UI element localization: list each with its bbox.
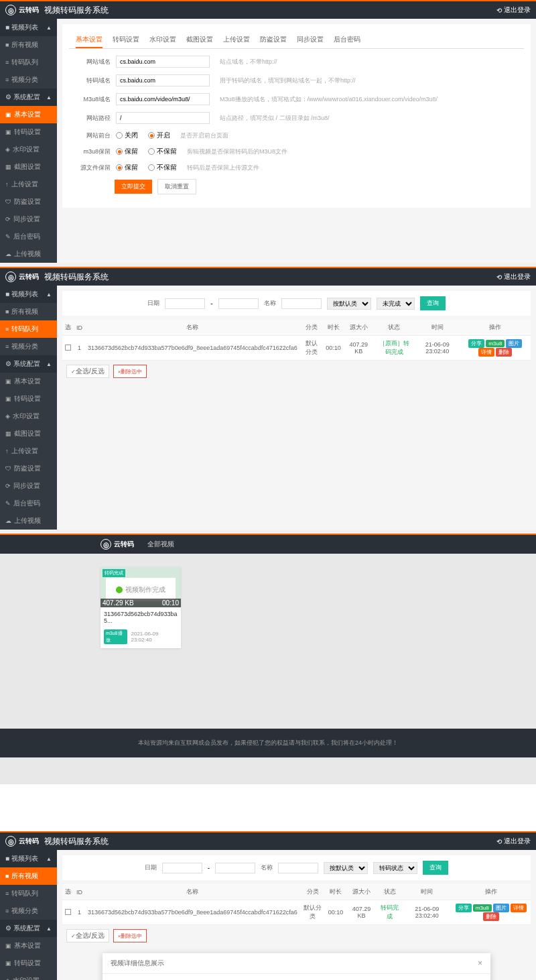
sidebar-item-upload-video[interactable]: ☁ 上传视频 (0, 512, 57, 530)
radio-option[interactable]: 保留 (116, 147, 138, 156)
sidebar-item-sync[interactable]: ⟳ 同步设置 (0, 477, 57, 495)
date-from-input[interactable] (165, 298, 205, 309)
sidebar-item-screenshot[interactable]: ▦ 截图设置 (0, 158, 57, 176)
sidebar-item-queue[interactable]: ≡ 转码队列 (0, 885, 57, 902)
radio-option[interactable]: 保留 (116, 163, 138, 172)
sidebar-group-config[interactable]: ⚙ 系统配置▲ (0, 88, 57, 106)
radio-option[interactable]: 不保留 (148, 163, 177, 172)
category-select[interactable]: 按默认类 (324, 862, 368, 874)
sidebar-item-all-videos[interactable]: ■ 所有视频 (0, 303, 57, 320)
m3u8-play-button[interactable]: m3u8播放 (104, 629, 127, 644)
sidebar-item-transcode[interactable]: ▣ 转码设置 (0, 955, 57, 972)
delete-selected-button[interactable]: ×删除选中 (113, 929, 147, 942)
tab-watermark[interactable]: 水印设置 (149, 35, 176, 48)
share-button[interactable]: 分享 (468, 339, 484, 348)
name-input[interactable] (281, 298, 322, 309)
category-select[interactable]: 按默认类 (327, 298, 371, 310)
detail-button[interactable]: 详情 (478, 348, 494, 357)
date-from-input[interactable] (162, 863, 202, 873)
sidebar-group-videos[interactable]: ■ 视频列表▲ (0, 286, 57, 303)
sidebar-item-all-videos[interactable]: ■ 所有视频 (0, 36, 57, 54)
delete-selected-button[interactable]: ×删除选中 (113, 365, 147, 378)
sidebar-item-password[interactable]: ✎ 后台密码 (0, 228, 57, 245)
form-label: M3u8域名 (76, 95, 116, 104)
form-input[interactable] (116, 112, 210, 124)
sidebar-item-queue[interactable]: ≡ 转码队列 (0, 320, 57, 338)
sidebar-item-upload[interactable]: ↑ 上传设置 (0, 442, 57, 460)
sidebar-item-watermark[interactable]: ◈ 水印设置 (0, 972, 57, 980)
table-header: ID (74, 884, 85, 900)
row-checkbox[interactable] (65, 909, 71, 915)
sidebar-item-sync[interactable]: ⟳ 同步设置 (0, 210, 57, 228)
sidebar-item-transcode[interactable]: ▣ 转码设置 (0, 390, 57, 408)
share-button[interactable]: 分享 (456, 904, 472, 912)
sidebar-item-password[interactable]: ✎ 后台密码 (0, 495, 57, 512)
sidebar-item-antitheft[interactable]: 🛡 防盗设置 (0, 193, 57, 210)
logo-icon: ◎ (100, 539, 111, 550)
table-header: 选 (62, 884, 74, 900)
sidebar-group-videos[interactable]: ■ 视频列表▲ (0, 850, 57, 867)
sidebar-group-videos[interactable]: ■ 视频列表▲ (0, 19, 57, 36)
sidebar-item-category[interactable]: ≡ 视频分类 (0, 71, 57, 88)
date-to-input[interactable] (218, 298, 259, 309)
delete-button[interactable]: 删除 (483, 912, 499, 921)
form-desc: 用于转码的域名，填写到网站域名一起，不带http:// (220, 76, 356, 85)
sidebar-item-upload[interactable]: ↑ 上传设置 (0, 176, 57, 193)
close-icon[interactable]: × (478, 959, 482, 968)
sidebar-item-basic[interactable]: ▣ 基本设置 (0, 373, 57, 390)
submit-button[interactable]: 立即提交 (115, 180, 152, 194)
search-button[interactable]: 查询 (423, 861, 448, 875)
logout-link[interactable]: ⟲ 退出登录 (496, 272, 531, 282)
sidebar-item-category[interactable]: ≡ 视频分类 (0, 902, 57, 920)
logo: ◎云转码 (5, 5, 39, 15)
table-header: 名称 (85, 884, 300, 900)
logout-link[interactable]: ⟲ 退出登录 (496, 837, 531, 846)
reset-button[interactable]: 取消重置 (157, 179, 196, 194)
nav-all-videos[interactable]: 全部视频 (147, 540, 174, 549)
tab-upload[interactable]: 上传设置 (223, 35, 250, 48)
sidebar-item-upload-video[interactable]: ☁ 上传视频 (0, 245, 57, 263)
date-to-input[interactable] (215, 863, 255, 873)
status-select[interactable]: 未完成 (377, 298, 415, 310)
sidebar-item-watermark[interactable]: ◈ 水印设置 (0, 141, 57, 158)
select-all-button[interactable]: ✓全选/反选 (66, 365, 109, 378)
form-input[interactable] (116, 74, 210, 86)
row-checkbox[interactable] (65, 345, 71, 351)
sidebar-group-config[interactable]: ⚙ 系统配置▲ (0, 355, 57, 373)
tab-transcode[interactable]: 转码设置 (113, 35, 139, 48)
tab-password[interactable]: 后台密码 (334, 35, 360, 48)
sidebar-item-all-videos[interactable]: ■ 所有视频 (0, 867, 57, 885)
table-header: 操作 (452, 884, 531, 900)
site-footer: 本站资源均来自互联网或会员发布，如果侵犯了您的权益请与我们联系，我们将在24小时… (0, 729, 536, 757)
radio-option[interactable]: 关闭 (116, 131, 138, 140)
tab-antitheft[interactable]: 防盗设置 (260, 35, 287, 48)
sidebar-group-config[interactable]: ⚙ 系统配置▲ (0, 920, 57, 937)
form-input[interactable] (116, 93, 210, 105)
radio-option[interactable]: 开启 (148, 131, 170, 140)
logout-link[interactable]: ⟲ 退出登录 (496, 5, 531, 15)
radio-option[interactable]: 不保留 (148, 147, 177, 156)
select-all-button[interactable]: ✓全选/反选 (66, 929, 109, 942)
search-button[interactable]: 查询 (420, 296, 446, 310)
sidebar-item-watermark[interactable]: ◈ 水印设置 (0, 408, 57, 425)
sidebar-item-basic[interactable]: ▣ 基本设置 (0, 106, 57, 123)
image-button[interactable]: 图片 (506, 339, 522, 348)
delete-button[interactable]: 删除 (496, 348, 512, 357)
sidebar-item-basic[interactable]: ▣ 基本设置 (0, 937, 57, 955)
sidebar-item-category[interactable]: ≡ 视频分类 (0, 338, 57, 355)
detail-button[interactable]: 详情 (511, 904, 527, 912)
image-button[interactable]: 图片 (493, 904, 509, 912)
sidebar-item-transcode[interactable]: ▣ 转码设置 (0, 123, 57, 141)
sidebar-item-screenshot[interactable]: ▦ 截图设置 (0, 425, 57, 442)
video-card[interactable]: 转码完成 视频制作完成 407.29 KB00:10 3136673d562bc… (100, 567, 181, 648)
sidebar-item-antitheft[interactable]: 🛡 防盗设置 (0, 460, 57, 477)
tab-sync[interactable]: 同步设置 (297, 35, 324, 48)
tab-screenshot[interactable]: 截图设置 (186, 35, 213, 48)
form-input[interactable] (116, 56, 210, 68)
sidebar-item-queue[interactable]: ≡ 转码队列 (0, 54, 57, 71)
m3u8-button[interactable]: m3u8 (486, 340, 505, 347)
tab-basic[interactable]: 基本设置 (76, 35, 103, 48)
status-select[interactable]: 转码状态 (373, 862, 417, 874)
name-input[interactable] (278, 863, 318, 873)
m3u8-button[interactable]: m3u8 (473, 904, 492, 912)
